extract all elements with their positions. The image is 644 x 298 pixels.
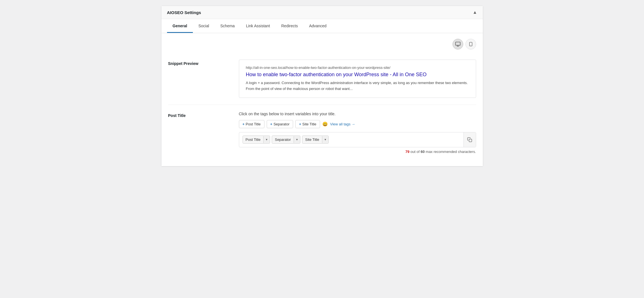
- aioseo-panel: AIOSEO Settings ▲ General Social Schema …: [161, 6, 483, 166]
- title-pill-post-title-label: Post Title: [243, 136, 263, 143]
- tab-general[interactable]: General: [167, 19, 193, 33]
- tab-link-assistant[interactable]: Link Assistant: [240, 19, 276, 33]
- snippet-preview-content: http://all-in-one-seo.local/how-to-enabl…: [239, 60, 476, 98]
- panel-content: Snippet Preview http://all-in-one-seo.lo…: [161, 33, 483, 166]
- snippet-preview-section: Snippet Preview http://all-in-one-seo.lo…: [168, 53, 476, 105]
- panel-header: AIOSEO Settings ▲: [161, 6, 483, 19]
- chars-count-row: 79 out of 60 max recommended characters.: [239, 150, 476, 154]
- title-pill-post-title: Post Title ▾: [243, 136, 270, 144]
- post-title-label: Post Title: [168, 112, 230, 118]
- tab-redirects[interactable]: Redirects: [276, 19, 303, 33]
- copy-title-button[interactable]: [463, 132, 476, 147]
- snippet-url: http://all-in-one-seo.local/how-to-enabl…: [246, 66, 469, 70]
- post-title-content: Click on the tags below to insert variab…: [239, 112, 476, 154]
- snippet-preview-box: http://all-in-one-seo.local/how-to-enabl…: [239, 60, 476, 98]
- device-icons-row: [168, 39, 476, 49]
- emoji-icon: 😀: [322, 121, 328, 127]
- post-title-section: Post Title Click on the tags below to in…: [168, 105, 476, 159]
- snippet-description: A login + a password. Connecting to the …: [246, 80, 469, 92]
- title-pill-site-title: Site Title ▾: [302, 136, 329, 144]
- desktop-view-button[interactable]: [453, 39, 463, 49]
- title-pill-separator-label: Separator: [272, 136, 294, 143]
- tags-instruction: Click on the tags below to insert variab…: [239, 112, 476, 116]
- mobile-view-button[interactable]: [465, 39, 476, 49]
- svg-rect-0: [455, 42, 460, 46]
- tab-social[interactable]: Social: [193, 19, 215, 33]
- tab-schema[interactable]: Schema: [215, 19, 240, 33]
- tag-button-site-title[interactable]: + Site Title: [295, 120, 320, 128]
- tabs-bar: General Social Schema Link Assistant Red…: [161, 19, 483, 33]
- title-tags-container: Post Title ▾ Separator ▾ Site Title ▾: [239, 133, 463, 146]
- title-builder-row: Post Title ▾ Separator ▾ Site Title ▾: [239, 132, 476, 147]
- panel-toggle-button[interactable]: ▲: [473, 10, 477, 15]
- title-pill-separator-chevron[interactable]: ▾: [294, 136, 300, 143]
- panel-title: AIOSEO Settings: [167, 10, 201, 15]
- tab-advanced[interactable]: Advanced: [303, 19, 332, 33]
- title-pill-site-title-label: Site Title: [302, 136, 322, 143]
- title-pill-separator: Separator ▾: [272, 136, 300, 144]
- tag-button-post-title[interactable]: + Post Title: [239, 120, 264, 128]
- title-pill-site-title-chevron[interactable]: ▾: [322, 136, 328, 143]
- tags-row: + Post Title + Separator + Site Title 😀 …: [239, 120, 476, 128]
- svg-rect-5: [469, 139, 472, 142]
- snippet-title: How to enable two-factor authentication …: [246, 71, 469, 78]
- chars-used: 79 out of 60 max recommended characters.: [405, 150, 476, 154]
- snippet-preview-label: Snippet Preview: [168, 60, 230, 66]
- tag-button-separator[interactable]: + Separator: [267, 120, 293, 128]
- view-all-tags-link[interactable]: View all tags →: [330, 122, 355, 126]
- title-pill-post-title-chevron[interactable]: ▾: [263, 136, 270, 143]
- svg-rect-3: [469, 42, 472, 46]
